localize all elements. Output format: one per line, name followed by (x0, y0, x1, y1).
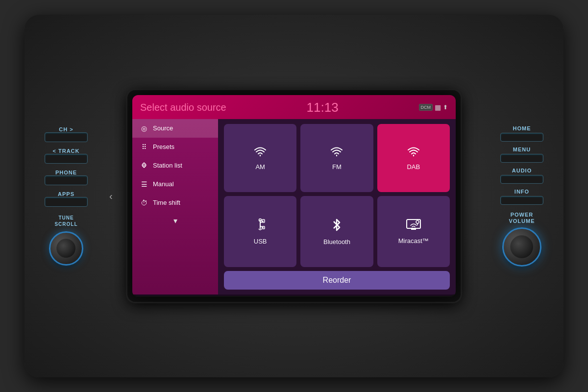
home-button-group: HOME (500, 125, 544, 142)
source-icon: ◎ (139, 124, 149, 132)
screen-header: Select audio source 11:13 DCM ▦ ⬆ (132, 95, 456, 119)
fm-button[interactable]: FM (300, 124, 373, 192)
phone-label: PHONE (44, 170, 88, 175)
audio-label: AUDIO (500, 168, 544, 173)
bluetooth-icon-svg (331, 218, 342, 232)
dab-label: DAB (407, 163, 420, 171)
usb-icon-svg (254, 218, 267, 232)
knob-large-inner (510, 235, 534, 259)
manual-label: Manual (153, 180, 174, 188)
station-list-icon (139, 162, 149, 170)
main-content: › (218, 119, 456, 295)
screen-time: 11:13 (307, 100, 339, 115)
phone-button[interactable] (45, 175, 88, 185)
time-shift-label: Time shift (153, 199, 180, 206)
sidebar-item-source[interactable]: ◎ Source (132, 119, 218, 138)
status-icons: DCM ▦ ⬆ (419, 103, 448, 111)
bluetooth-label: Bluetooth (323, 238, 350, 245)
dab-wifi-icon (406, 146, 421, 157)
fm-label: FM (332, 163, 342, 171)
info-button-group: INFO (500, 189, 544, 205)
presets-label: Presets (153, 143, 174, 150)
power-label: POWER VOLUME (502, 212, 541, 224)
sidebar-item-presets[interactable]: ⠿ Presets (132, 138, 218, 156)
sidebar-item-manual[interactable]: ☰ Manual (132, 175, 218, 194)
dcm-icon: DCM (419, 104, 433, 111)
right-controls: HOME MENU AUDIO INFO POWER VOLUME (495, 125, 549, 267)
svg-point-0 (144, 165, 145, 166)
miracast-icon (406, 219, 421, 234)
car-panel: CH > < TRACK PHONE APPS TUNE SCROLL (24, 15, 564, 377)
tune-scroll-knob[interactable] (49, 231, 83, 266)
left-controls: CH > < TRACK PHONE APPS TUNE SCROLL (39, 126, 93, 266)
home-label: HOME (500, 125, 544, 131)
info-button[interactable] (500, 196, 543, 205)
svg-point-13 (416, 220, 419, 223)
track-button[interactable] (45, 154, 88, 164)
sidebar-down-arrow[interactable]: ▾ (132, 212, 218, 229)
dab-button[interactable]: DAB (377, 124, 450, 192)
apps-label: APPS (44, 191, 88, 197)
track-label: < TRACK (44, 148, 88, 154)
usb-icon (254, 218, 267, 235)
screen-body: ◎ Source ⠿ Presets (132, 119, 456, 295)
tune-label: TUNE SCROLL (49, 215, 83, 227)
phone-button-group: PHONE (44, 170, 88, 185)
station-icon-svg (140, 162, 148, 168)
screen-title: Select audio source (140, 102, 226, 113)
miracast-label: Miracast™ (398, 237, 429, 245)
signal-icon: ▦ (435, 103, 441, 111)
am-label: AM (255, 163, 265, 171)
presets-icon: ⠿ (139, 143, 149, 151)
menu-button-group: MENU (500, 147, 544, 163)
knob-inner (56, 239, 76, 258)
ch-label: CH > (44, 126, 88, 132)
network-icon: ⬆ (443, 104, 448, 111)
audio-button-group: AUDIO (500, 168, 544, 184)
reorder-button[interactable]: Reorder (224, 271, 450, 290)
bluetooth-icon (331, 218, 342, 235)
info-label: INFO (500, 189, 544, 195)
bluetooth-button[interactable]: Bluetooth (300, 196, 373, 267)
sidebar-item-time-shift[interactable]: ⏱ Time shift (132, 194, 218, 212)
am-icon (253, 146, 268, 160)
am-wifi-icon (253, 146, 268, 157)
audio-button[interactable] (500, 175, 543, 184)
tune-scroll-group: TUNE SCROLL (49, 215, 83, 266)
main-screen: Select audio source 11:13 DCM ▦ ⬆ ◎ Sour (132, 95, 456, 297)
screen-container: Select audio source 11:13 DCM ▦ ⬆ ◎ Sour (127, 90, 461, 302)
apps-button[interactable] (45, 197, 88, 207)
source-label: Source (153, 124, 173, 132)
usb-button[interactable]: USB (224, 196, 296, 267)
am-button[interactable]: AM (224, 124, 296, 192)
station-list-label: Station list (153, 162, 182, 169)
menu-button[interactable] (500, 154, 543, 163)
home-button[interactable] (500, 133, 543, 142)
usb-label: USB (254, 238, 267, 245)
apps-button-group: APPS (44, 191, 88, 207)
miracast-icon-svg (406, 219, 421, 231)
miracast-button[interactable]: Miracast™ (377, 196, 450, 267)
fm-wifi-icon (329, 146, 344, 157)
screen-bezel: Select audio source 11:13 DCM ▦ ⬆ ◎ Sour (127, 90, 461, 302)
power-volume-group: POWER VOLUME (502, 212, 541, 267)
track-button-group: < TRACK (44, 148, 88, 164)
dab-icon (406, 146, 421, 160)
ch-button-group: CH > (44, 126, 88, 142)
manual-icon: ☰ (139, 180, 149, 188)
time-shift-icon: ⏱ (139, 199, 149, 207)
fm-icon (329, 146, 344, 160)
menu-label: MENU (500, 147, 544, 152)
power-volume-knob[interactable] (502, 227, 541, 267)
ch-button[interactable] (45, 132, 88, 142)
sidebar-item-station-list[interactable]: Station list (132, 156, 218, 175)
source-grid: AM (224, 124, 450, 268)
sidebar: ◎ Source ⠿ Presets (132, 119, 218, 295)
